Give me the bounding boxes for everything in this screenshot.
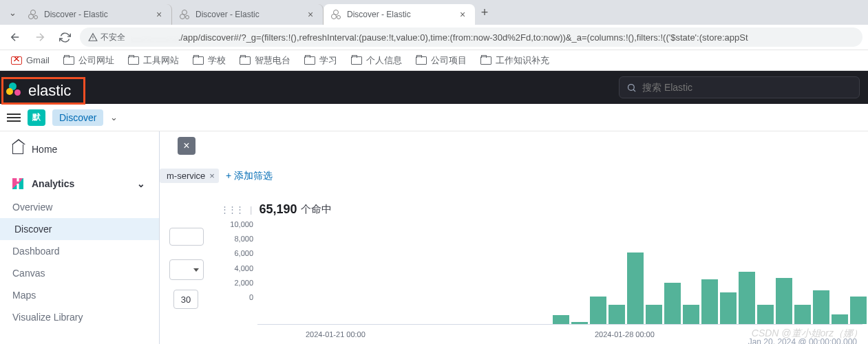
- home-icon: [12, 144, 23, 154]
- chart-bar[interactable]: [553, 315, 569, 324]
- bookmark-label: 公司网址: [78, 54, 114, 67]
- folder-icon: [304, 56, 315, 65]
- tabs-chevron-icon[interactable]: ⌄: [4, 8, 21, 18]
- close-icon[interactable]: ×: [154, 9, 165, 20]
- bookmark-item[interactable]: 公司项目: [410, 52, 472, 69]
- bookmark-item[interactable]: 学校: [187, 52, 231, 69]
- close-icon[interactable]: ×: [305, 9, 316, 20]
- sidebar-item-dashboard[interactable]: Dashboard: [0, 240, 159, 262]
- insecure-text: 不安全: [100, 32, 125, 43]
- global-search[interactable]: [619, 76, 860, 98]
- insecure-badge[interactable]: 不安全: [88, 32, 125, 43]
- forward-button[interactable]: [30, 28, 50, 47]
- folder-icon: [193, 56, 204, 65]
- chart-bar[interactable]: [664, 283, 681, 324]
- chart-bar[interactable]: [813, 290, 829, 324]
- field-select[interactable]: [169, 259, 204, 280]
- add-filter-button[interactable]: + 添加筛选: [226, 170, 273, 182]
- sidebar-group-label: Analytics: [32, 178, 74, 189]
- y-tick: 10,000: [229, 220, 253, 228]
- main-content: × m-service × + 添加筛选 ⋮⋮⋮ | 65,190 个命中 30…: [160, 131, 868, 344]
- tab-1[interactable]: Discover - Elastic ×: [172, 4, 324, 25]
- sidebar-item-home[interactable]: Home: [0, 137, 159, 162]
- x-tick: 2024-01-28 00:00: [595, 330, 655, 338]
- chart-bar[interactable]: [794, 305, 811, 324]
- y-tick: 4,000: [229, 264, 253, 272]
- reload-button[interactable]: [55, 28, 74, 47]
- filter-pill[interactable]: m-service ×: [160, 169, 219, 183]
- chart-bar[interactable]: [739, 272, 755, 324]
- analytics-icon: [12, 178, 23, 189]
- bookmark-item[interactable]: Gmail: [6, 52, 55, 69]
- tab-title: Discover - Elastic: [195, 10, 299, 19]
- bookmark-item[interactable]: 工具网站: [123, 52, 184, 69]
- close-icon[interactable]: ×: [457, 9, 468, 20]
- chart-bar[interactable]: [571, 322, 588, 324]
- sub-header: 默 Discover ⌄: [0, 104, 868, 131]
- bookmark-label: 公司项目: [431, 54, 467, 67]
- space-badge[interactable]: 默: [28, 109, 45, 126]
- chevron-down-icon[interactable]: ⌄: [110, 112, 118, 122]
- drag-icon[interactable]: ⋮⋮⋮: [220, 204, 243, 215]
- chart-bar[interactable]: [683, 305, 699, 324]
- bookmark-item[interactable]: 个人信息: [346, 52, 407, 69]
- chart-bar[interactable]: [776, 278, 792, 324]
- menu-icon[interactable]: [7, 114, 21, 122]
- folder-icon: [351, 56, 362, 65]
- bookmark-item[interactable]: 智慧电台: [234, 52, 296, 69]
- bookmark-item[interactable]: 工作知识补充: [475, 52, 555, 69]
- interval-box[interactable]: 30: [173, 290, 198, 309]
- tab-2[interactable]: Discover - Elastic ×: [324, 4, 475, 25]
- hits-count: 65,190: [259, 202, 297, 217]
- sidebar-item-overview[interactable]: Overview: [0, 196, 159, 218]
- sidebar-item-discover[interactable]: Discover: [0, 218, 159, 240]
- sidebar-item-maps[interactable]: Maps: [0, 284, 159, 306]
- tab-0[interactable]: Discover - Elastic ×: [21, 4, 172, 25]
- hits-text: 个命中: [301, 203, 332, 216]
- url-bar[interactable]: 不安全 . . . . . . . . . ../app/discover#/?…: [80, 28, 862, 47]
- bookmark-item[interactable]: 公司网址: [58, 52, 120, 69]
- chart-bar[interactable]: [701, 279, 718, 324]
- search-icon: [626, 83, 637, 93]
- chart-bar[interactable]: [850, 297, 867, 324]
- brand-text: elastic: [28, 82, 71, 100]
- folder-icon: [128, 56, 139, 65]
- sidebar-group-analytics[interactable]: Analytics ⌄: [0, 171, 159, 196]
- bookmark-label: 学校: [208, 54, 226, 67]
- bookmarks-bar: Gmail公司网址工具网站学校智慧电台学习个人信息公司项目工作知识补充: [0, 50, 868, 71]
- search-input[interactable]: [642, 82, 852, 93]
- x-tick: 2024-01-21 00:00: [306, 330, 366, 338]
- side-nav: Home Analytics ⌄ OverviewDiscoverDashboa…: [0, 131, 160, 344]
- folder-icon: [480, 56, 491, 65]
- url-text: . . . . . . . . . ../app/discover#/?_g=(…: [131, 32, 854, 43]
- bookmark-item[interactable]: 学习: [299, 52, 343, 69]
- chart-bar[interactable]: [590, 297, 606, 324]
- back-button[interactable]: [6, 28, 25, 47]
- field-input[interactable]: [169, 228, 204, 246]
- svg-point-0: [628, 84, 635, 90]
- chart-bar[interactable]: [832, 314, 848, 324]
- bookmark-label: 学习: [319, 54, 337, 67]
- body: Home Analytics ⌄ OverviewDiscoverDashboa…: [0, 131, 868, 344]
- close-icon[interactable]: ×: [209, 171, 215, 181]
- chart-plot[interactable]: [257, 224, 862, 325]
- new-tab-button[interactable]: +: [475, 6, 494, 20]
- app-name-pill[interactable]: Discover: [52, 109, 103, 126]
- chart-bar[interactable]: [757, 305, 774, 324]
- folder-icon: [63, 56, 74, 65]
- chart-bar[interactable]: [608, 305, 625, 324]
- y-tick: 2,000: [229, 279, 253, 287]
- hits-row: ⋮⋮⋮ | 65,190 个命中: [220, 202, 332, 217]
- chart-bar[interactable]: [627, 252, 644, 324]
- chart-bar[interactable]: [646, 305, 662, 324]
- tab-title: Discover - Elastic: [44, 10, 148, 19]
- watermark: CSDN @董小姐orz（娜）: [752, 327, 862, 340]
- close-panel-button[interactable]: ×: [178, 137, 195, 155]
- sidebar-item-canvas[interactable]: Canvas: [0, 262, 159, 284]
- folder-icon: [240, 56, 251, 65]
- chart-bar[interactable]: [720, 292, 737, 324]
- favicon-icon: [28, 9, 39, 20]
- filter-pill-label: m-service: [167, 171, 205, 181]
- tab-title: Discover - Elastic: [347, 10, 452, 19]
- sidebar-item-visualize-library[interactable]: Visualize Library: [0, 306, 159, 328]
